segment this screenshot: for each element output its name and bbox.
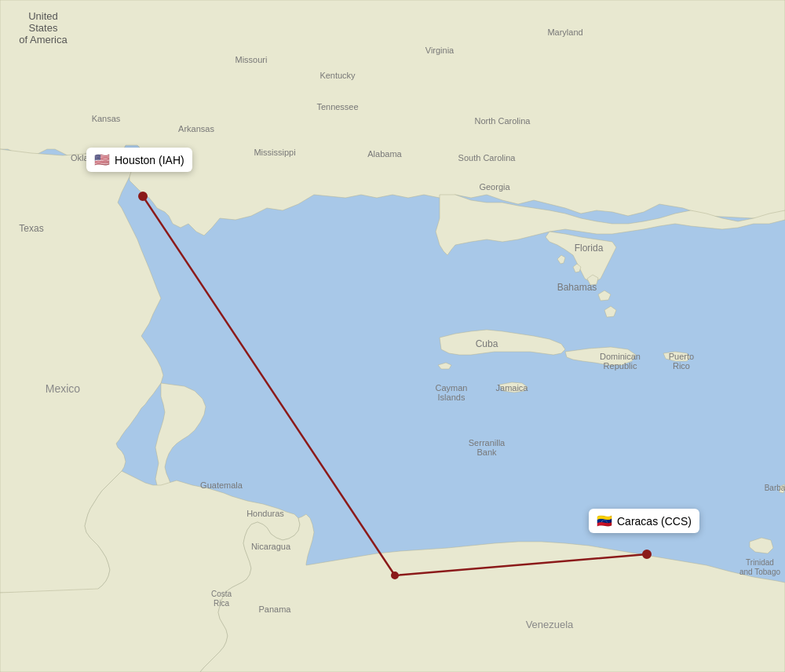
label-texas: Texas — [19, 223, 43, 234]
svg-text:Bank: Bank — [476, 447, 497, 457]
houston-label-text: Houston (IAH) — [115, 154, 184, 166]
label-alabama: Alabama — [367, 149, 402, 159]
label-cuba: Cuba — [476, 338, 498, 349]
svg-text:of America: of America — [19, 34, 68, 46]
label-united-states: United — [28, 10, 58, 22]
houston-flag: 🇺🇸 — [94, 152, 110, 167]
houston-label: 🇺🇸 Houston (IAH) — [86, 148, 192, 172]
label-kansas: Kansas — [92, 114, 121, 123]
label-serranilla-bank: Serranilla — [469, 438, 506, 447]
caracas-flag: 🇻🇪 — [597, 513, 612, 528]
svg-text:States: States — [29, 22, 58, 34]
label-jamaica: Jamaica — [496, 383, 529, 393]
label-arkansas: Arkansas — [178, 124, 214, 133]
svg-text:and Tobago: and Tobago — [739, 568, 781, 576]
label-florida: Florida — [575, 243, 604, 254]
label-barbados: Barba — [765, 484, 785, 492]
label-honduras: Honduras — [246, 509, 284, 518]
map-container: United States of America Kansas Missouri… — [0, 0, 785, 672]
midpoint-dot — [391, 572, 399, 579]
label-virginia: Virginia — [425, 46, 455, 55]
svg-text:Rico: Rico — [673, 361, 690, 371]
label-south-carolina: South Carolina — [458, 153, 517, 163]
label-mexico: Mexico — [46, 382, 81, 395]
label-tennessee: Tennessee — [316, 102, 358, 111]
label-dominican-republic: Dominican — [600, 352, 641, 361]
caracas-label-text: Caracas (CCS) — [617, 515, 692, 528]
label-bahamas: Bahamas — [557, 282, 597, 293]
label-maryland: Maryland — [547, 27, 582, 37]
label-mississippi: Mississippi — [254, 148, 295, 157]
svg-text:Republic: Republic — [604, 361, 637, 371]
label-puerto-rico: Puerto — [669, 352, 694, 361]
houston-dot — [138, 192, 148, 201]
label-georgia: Georgia — [479, 182, 510, 192]
label-cayman-islands: Cayman — [436, 383, 468, 393]
label-kentucky: Kentucky — [319, 71, 356, 80]
label-panama: Panama — [259, 604, 292, 614]
label-north-carolina: North Carolina — [475, 116, 531, 126]
caracas-dot — [642, 550, 652, 559]
label-costa-rica: Costa — [211, 590, 232, 598]
label-trinidad: Trinidad — [746, 558, 774, 567]
caracas-label: 🇻🇪 Caracas (CCS) — [589, 509, 699, 533]
svg-text:Rica: Rica — [214, 599, 229, 608]
label-nicaragua: Nicaragua — [251, 542, 291, 551]
label-venezuela: Venezuela — [526, 619, 574, 630]
svg-text:Islands: Islands — [438, 393, 466, 402]
label-missouri: Missouri — [236, 55, 268, 64]
label-guatemala: Guatemala — [200, 480, 243, 490]
